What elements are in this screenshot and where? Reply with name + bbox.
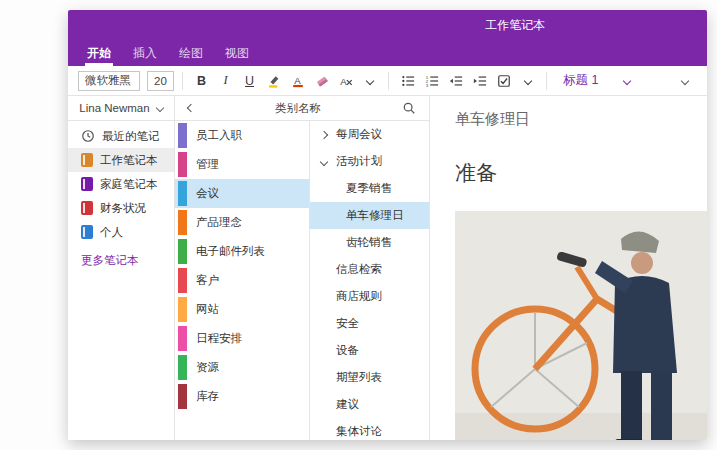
tab-insert[interactable]: 插入 [122,40,168,66]
onenote-window: 工作笔记本 开始 插入 绘图 视图 微软雅黑 20 B I U [68,10,707,440]
sidebar-item-label: 最近的笔记 [102,129,160,144]
page-canvas: 单车修理日 准备 [430,96,707,440]
page-title[interactable]: 单车修理日 [455,110,707,129]
sidebar-item-finances-notebook[interactable]: 财务状况 [68,196,174,220]
section-label: 电子邮件列表 [175,244,265,259]
highlighter-button[interactable] [263,70,284,92]
sidebar-item-work-notebook[interactable]: 工作笔记本 [68,148,174,172]
page-label: 集体讨论 [336,424,382,439]
bullet-list-icon [401,74,415,88]
navigator-title: 类别名称 [194,101,402,116]
list-options-chevron[interactable] [517,70,538,92]
page-label: 夏季销售 [346,181,392,196]
section-item[interactable]: 网站 [175,295,309,324]
account-button[interactable]: Lina Newman [68,96,174,121]
ribbon-tab-row: 开始 插入 绘图 视图 [68,40,707,66]
underline-button[interactable]: U [239,70,260,92]
tab-draw[interactable]: 绘图 [168,40,214,66]
numbered-list-button[interactable]: 123 [421,70,442,92]
section-list: 员工入职 管理 会议 产品理念 [175,121,310,440]
sidebar-item-label: 个人 [100,225,123,240]
chevron-down-icon [680,76,688,84]
font-options-chevron[interactable] [359,70,380,92]
section-color-strip [178,181,187,206]
section-color-strip [178,152,187,177]
section-color-strip [178,355,187,380]
toolbar-separator [388,72,389,90]
bold-button[interactable]: B [191,70,212,92]
window-chrome: 工作笔记本 开始 插入 绘图 视图 [68,10,707,66]
navigator-header: 类别名称 [175,96,429,121]
ribbon-toolbar: 微软雅黑 20 B I U A [68,66,707,96]
page-item[interactable]: 每周会议 [310,121,429,148]
page-item[interactable]: 建议 [310,391,429,418]
sidebar-item-label: 工作笔记本 [100,153,158,168]
search-icon[interactable] [402,101,416,115]
section-heading[interactable]: 准备 [455,159,707,187]
more-notebooks-link[interactable]: 更多笔记本 [81,253,174,268]
font-name-select[interactable]: 微软雅黑 [78,71,140,91]
todo-tag-button[interactable] [493,70,514,92]
eraser-icon [315,74,329,88]
sidebar-item-family-notebook[interactable]: 家庭笔记本 [68,172,174,196]
tab-view[interactable]: 视图 [214,40,260,66]
notebook-icon [81,177,93,191]
section-item-selected[interactable]: 会议 [175,179,309,208]
notebooks-sidebar: Lina Newman 最近的笔记 工作笔记本 [68,96,175,440]
svg-text:A: A [340,75,347,86]
page-item[interactable]: 期望列表 [310,364,429,391]
chevron-down-icon [155,104,163,112]
screenshot-stage: 工作笔记本 开始 插入 绘图 视图 微软雅黑 20 B I U [0,0,717,450]
page-item[interactable]: 集体讨论 [310,418,429,440]
page-item[interactable]: 安全 [310,310,429,337]
bullet-list-button[interactable] [397,70,418,92]
italic-button[interactable]: I [215,70,236,92]
toolbar-separator [182,72,183,90]
page-label: 设备 [336,343,359,358]
chevron-down-icon[interactable] [320,157,328,165]
numbered-list-icon: 123 [425,74,439,88]
section-item[interactable]: 电子邮件列表 [175,237,309,266]
page-item[interactable]: 齿轮销售 [310,229,429,256]
outdent-button[interactable] [445,70,466,92]
bike-photo[interactable] [455,211,707,440]
sidebar-item-personal-notebook[interactable]: 个人 [68,220,174,244]
font-color-button[interactable]: A [287,70,308,92]
style-value: 标题 1 [563,72,598,89]
eraser-button[interactable] [311,70,332,92]
clear-formatting-button[interactable]: A [335,70,356,92]
svg-text:3: 3 [425,82,428,87]
section-color-strip [178,239,187,264]
section-color-strip [178,297,187,322]
page-item[interactable]: 信息检索 [310,256,429,283]
tab-home[interactable]: 开始 [76,40,122,66]
toolbar-separator [546,72,547,90]
sidebar-item-recent-notes[interactable]: 最近的笔记 [68,124,174,148]
chevron-right-icon[interactable] [320,130,328,138]
section-item[interactable]: 管理 [175,150,309,179]
paragraph-style-select[interactable]: 标题 1 [555,72,638,89]
page-item[interactable]: 夏季销售 [310,175,429,202]
page-item-selected[interactable]: 单车修理日 [310,202,429,229]
section-item[interactable]: 产品理念 [175,208,309,237]
section-item[interactable]: 员工入职 [175,121,309,150]
outdent-icon [449,74,463,88]
toolbar-overflow-chevron[interactable] [676,70,697,92]
page-item[interactable]: 设备 [310,337,429,364]
page-label: 信息检索 [336,262,382,277]
page-item[interactable]: 商店规则 [310,283,429,310]
page-label: 单车修理日 [346,208,404,223]
notebook-list: 最近的笔记 工作笔记本 家庭笔记本 财务状况 [68,121,174,244]
section-item[interactable]: 库存 [175,382,309,411]
section-color-strip [178,123,187,148]
section-item[interactable]: 资源 [175,353,309,382]
page-label: 期望列表 [336,370,382,385]
page-item[interactable]: 活动计划 [310,148,429,175]
indent-icon [473,74,487,88]
font-size-select[interactable]: 20 [147,71,174,91]
indent-button[interactable] [469,70,490,92]
section-item[interactable]: 客户 [175,266,309,295]
section-item[interactable]: 日程安排 [175,324,309,353]
notebook-icon [81,201,93,215]
page-list: 每周会议 活动计划 夏季销售 单车修理日 齿轮销售 [310,121,429,440]
